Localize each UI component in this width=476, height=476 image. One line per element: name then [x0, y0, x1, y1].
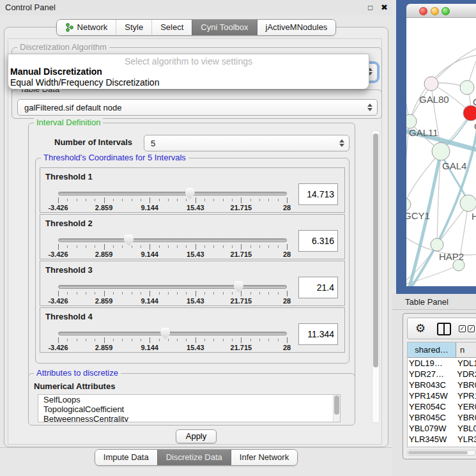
scrollbar-thumb[interactable] [334, 395, 339, 415]
network-node[interactable] [406, 198, 411, 211]
table-cell[interactable]: YPR1 [456, 390, 476, 401]
zoom-traffic-light-icon[interactable] [441, 7, 450, 15]
tick-mark [67, 199, 68, 201]
gear-icon[interactable]: ⚙ [415, 321, 426, 335]
network-node[interactable] [460, 195, 476, 211]
tick-mark [177, 292, 178, 295]
tick-mark [77, 245, 77, 248]
threshold-value-field[interactable] [298, 230, 338, 252]
table-cell[interactable]: YBR0 [456, 380, 476, 390]
table-row[interactable]: YDR27…YDR2 [408, 369, 476, 380]
close-icon[interactable]: ✖ [381, 3, 388, 12]
table-cell[interactable]: YDR27… [408, 369, 456, 380]
table-cell[interactable]: YBR043C [408, 380, 456, 390]
table-cell[interactable]: YIL053C [408, 445, 456, 447]
control-panel-titlebar: Control Panel □ ✖ [0, 0, 392, 15]
network-edge[interactable] [431, 47, 476, 84]
minimize-traffic-light-icon[interactable] [431, 7, 439, 15]
network-node[interactable] [460, 81, 474, 95]
column-layout-icon[interactable] [437, 323, 451, 335]
network-node[interactable] [424, 77, 438, 91]
tab-jactivemnodules[interactable]: jActiveMNodules [257, 20, 336, 35]
tab-cyni-toolbox[interactable]: Cyni Toolbox [192, 20, 256, 35]
table-cell[interactable]: YIL0 [456, 445, 476, 447]
tick-mark [132, 199, 132, 201]
table-cell[interactable]: YBL0 [456, 423, 476, 434]
tick-mark [113, 199, 114, 201]
scrollbar-thumb[interactable] [408, 451, 468, 454]
table-row[interactable]: YER054CYER0 [408, 401, 476, 412]
table-cell[interactable]: YDL1 [456, 358, 476, 369]
number-of-intervals-combobox[interactable]: 5 [144, 135, 349, 151]
tab-style[interactable]: Style [116, 20, 151, 35]
table-data-combobox[interactable]: galFiltered.sif default node [17, 99, 378, 116]
tab-impute-data[interactable]: Impute Data [95, 450, 157, 465]
table-cell[interactable]: YLR345W [408, 434, 456, 445]
tick-mark [58, 244, 59, 250]
table-cell[interactable]: YDL19… [408, 358, 456, 369]
slider-track[interactable] [58, 285, 287, 289]
threshold-slider[interactable]: -3.4262.8599.14415.4321.71528 [58, 188, 287, 211]
control-panel-scrollbar[interactable] [372, 130, 380, 423]
table-row[interactable]: YLR345WYLR3 [408, 434, 476, 445]
table-row[interactable]: YBR043CYBR0 [408, 380, 476, 390]
slider-track[interactable] [58, 332, 287, 335]
network-node[interactable] [432, 142, 450, 160]
table-cell[interactable]: YBL079W [408, 423, 456, 434]
table-row[interactable]: YBR045CYBR0 [408, 412, 476, 423]
scrollbar-thumb[interactable] [373, 134, 378, 367]
table-row[interactable]: YBL079WYBL0 [408, 423, 476, 434]
column-header-shared-name[interactable]: shared… [408, 342, 456, 357]
float-window-icon[interactable]: □ [368, 3, 372, 12]
table-panel-body: ⚙ ✓ ✓ shared… n YDL19…YDL1YDR27…YDR2YBR0… [403, 313, 476, 459]
tick-mark [186, 339, 187, 341]
table-cell[interactable]: YPR145W [408, 390, 456, 401]
checkbox-icon[interactable]: ✓ [468, 325, 475, 332]
tab-network[interactable]: Network [57, 20, 116, 35]
network-node[interactable] [406, 114, 417, 128]
network-canvas[interactable]: GAL80GCGAL11GAL4GCY1HHAP2 [406, 18, 476, 286]
dropdown-option[interactable]: Manual Discretization [8, 66, 369, 77]
table-cell[interactable]: YER0 [456, 401, 476, 412]
tab-select[interactable]: Select [151, 20, 192, 35]
network-node[interactable] [431, 238, 443, 251]
threshold-value-field[interactable] [298, 277, 338, 298]
network-node[interactable] [463, 105, 476, 121]
column-header-name[interactable]: n [456, 342, 476, 357]
table-toolbar: ⚙ ✓ ✓ [407, 318, 476, 339]
tab-infer-network[interactable]: Infer Network [231, 450, 297, 465]
threshold-value-field[interactable] [298, 183, 338, 205]
apply-button[interactable]: Apply [176, 429, 217, 443]
attribute-list-item[interactable]: BetweennessCentrality [38, 414, 340, 422]
threshold-slider[interactable]: -3.4262.8599.14415.4321.71528 [58, 282, 287, 305]
dropdown-option[interactable]: Equal Width/Frequency Discretization [8, 77, 369, 88]
tick-mark [141, 292, 141, 295]
threshold-value-field[interactable] [298, 323, 338, 345]
attributes-list[interactable]: SelfLoopsTopologicalCoefficientBetweenne… [38, 394, 341, 422]
table-row[interactable]: YPR145WYPR1 [408, 390, 476, 401]
threshold-slider[interactable]: -3.4262.8599.14415.4321.71528 [58, 235, 287, 258]
checkbox-icon[interactable]: ✓ [459, 325, 466, 332]
table-cell[interactable]: YDR2 [456, 369, 476, 380]
table-cell[interactable]: YLR3 [456, 434, 476, 445]
table-horizontal-scrollbar[interactable] [407, 450, 476, 456]
attribute-list-item[interactable]: SelfLoops [38, 395, 340, 404]
table-row[interactable]: YIL053CYIL0 [408, 445, 476, 447]
tick-mark [250, 339, 251, 341]
threshold-slider[interactable]: -3.4262.8599.14415.4321.71528 [58, 328, 287, 351]
close-traffic-light-icon[interactable] [419, 7, 427, 15]
table-cell[interactable]: YBR045C [408, 412, 456, 423]
table-header-row: shared… n [408, 342, 476, 358]
table-row[interactable]: YDL19…YDL1 [408, 358, 476, 369]
slider-track[interactable] [58, 192, 287, 196]
attributes-scrollbar[interactable] [333, 395, 340, 422]
tab-discretize-data[interactable]: Discretize Data [157, 450, 231, 465]
node-table[interactable]: shared… n YDL19…YDL1YDR27…YDR2YBR043CYBR… [407, 342, 476, 447]
network-graph[interactable]: GAL80GCGAL11GAL4GCY1HHAP2 [406, 18, 476, 286]
combo-stepper-icon [367, 104, 372, 111]
table-cell[interactable]: YBR0 [456, 412, 476, 423]
tick-label: 2.859 [95, 204, 113, 211]
attribute-list-item[interactable]: TopologicalCoefficient [38, 404, 340, 414]
table-cell[interactable]: YER054C [408, 401, 456, 412]
slider-track[interactable] [58, 238, 287, 242]
